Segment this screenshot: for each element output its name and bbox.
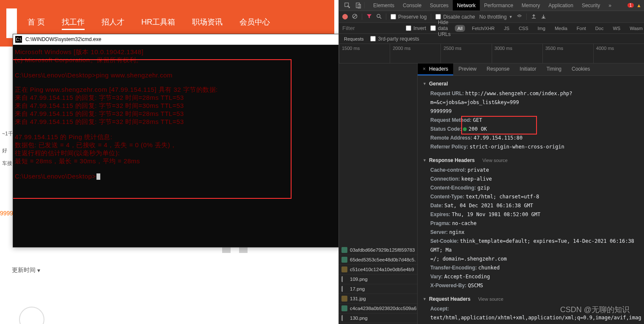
invert-checkbox[interactable]: Invert — [406, 25, 426, 31]
timeline-tick: 2500 ms — [440, 44, 491, 63]
header-row: Server: nginx — [423, 228, 639, 237]
device-mode-icon[interactable] — [353, 0, 363, 11]
type-img[interactable]: Img — [535, 25, 548, 32]
tab-security[interactable]: Security — [578, 0, 604, 11]
detail-tab-cookies[interactable]: Cookies — [567, 63, 595, 75]
upload-icon[interactable] — [531, 14, 537, 20]
nav-jobs[interactable]: 找工作 — [62, 17, 85, 30]
type-font[interactable]: Font — [574, 25, 589, 32]
request-headers-title[interactable]: Request HeadersView source — [423, 296, 639, 302]
general-title[interactable]: General — [423, 81, 639, 87]
request-options-bar: Requests 3rd-party requests — [339, 34, 644, 44]
cmd-prompt: C:\Users\Lenovo\Desktop> — [15, 173, 96, 180]
file-type-icon — [341, 266, 347, 272]
filter-input[interactable] — [342, 25, 402, 31]
tab-elements[interactable]: Elements — [369, 0, 399, 11]
cmd-line: 来自 47.99.154.115 的回复: 字节=32 时间=28ms TTL=… — [15, 118, 184, 125]
wifi-icon[interactable] — [517, 14, 522, 20]
timeline-tick: 3000 ms — [492, 44, 542, 63]
type-wasm[interactable]: Wasm — [627, 25, 644, 32]
request-list-item[interactable]: 130.png — [339, 313, 417, 323]
tab-memory[interactable]: Memory — [517, 0, 544, 11]
network-toolbar: Preserve log Disable cache No throttling… — [339, 11, 644, 23]
request-list-item[interactable]: 17.png — [339, 284, 417, 294]
nav-hr-tools[interactable]: HR工具箱 — [141, 17, 175, 30]
header-row: Pragma: no-cache — [423, 219, 639, 228]
nav-member[interactable]: 会员中心 — [239, 17, 270, 30]
hide-data-urls-checkbox[interactable]: Hide data URLs — [430, 19, 451, 37]
request-list-item[interactable]: 65ded5353c5ee48d0b7d48c5. — [339, 255, 417, 265]
type-media[interactable]: Media — [552, 25, 570, 32]
nav-recruit[interactable]: 招人才 — [102, 17, 124, 30]
preserve-log-checkbox[interactable]: Preserve log — [391, 14, 427, 20]
cmd-line: Microsoft Windows [版本 10.0.19042.1348] — [15, 48, 143, 55]
tab-performance[interactable]: Performance — [480, 0, 517, 11]
record-button[interactable] — [342, 14, 348, 19]
sort-update-time[interactable]: 更新时间 ▾ — [8, 264, 44, 276]
tab-more[interactable]: » — [604, 0, 616, 11]
response-headers-title[interactable]: Response HeadersView source — [423, 157, 639, 163]
timeline-tick: 1500 ms — [339, 44, 390, 63]
type-all[interactable]: All — [455, 25, 465, 32]
header-row: Cache-control: private — [423, 166, 639, 175]
request-list-item[interactable]: c4ca4238a0b923820dcc509a6 — [339, 304, 417, 313]
avatar — [19, 307, 44, 324]
detail-tab-timing[interactable]: Timing — [541, 63, 567, 75]
type-js[interactable]: JS — [501, 25, 512, 32]
nav: 首 页 找工作 招人才 HR工具箱 职场资讯 会员中心 — [28, 17, 270, 30]
cmd-icon: C:\ — [15, 36, 22, 43]
file-type-icon — [341, 276, 347, 282]
request-name: c51ce410c124a10e0db5e4b9 — [350, 267, 414, 272]
devtools-panel: Elements Console Sources Network Perform… — [339, 0, 644, 324]
inspect-icon[interactable] — [342, 0, 352, 11]
clear-button[interactable] — [352, 14, 358, 20]
grid-view-icon[interactable] — [222, 247, 231, 253]
cmd-line: 来自 47.99.154.115 的回复: 字节=32 时间=30ms TTL=… — [15, 102, 184, 109]
tab-application[interactable]: Application — [544, 0, 578, 11]
request-list-item[interactable]: 03afdbd66e7929b125f859783 — [339, 245, 417, 255]
cmd-line: 47.99.154.115 的 Ping 统计信息: — [15, 133, 113, 140]
tab-console[interactable]: Console — [399, 0, 426, 11]
cmd-line: 来自 47.99.154.115 的回复: 字节=32 时间=28ms TTL=… — [15, 110, 184, 117]
timeline[interactable]: 1500 ms 2000 ms 2500 ms 3000 ms 3500 ms … — [339, 44, 644, 63]
file-type-icon — [341, 315, 347, 321]
tab-network[interactable]: Network — [453, 0, 480, 11]
close-icon[interactable]: × — [423, 66, 426, 72]
type-doc[interactable]: Doc — [593, 25, 606, 32]
request-list-item[interactable]: 131.jpg — [339, 294, 417, 304]
response-headers-section: Response HeadersView source Cache-contro… — [418, 152, 644, 291]
type-ws[interactable]: WS — [610, 25, 623, 32]
filter-icon[interactable] — [366, 14, 372, 20]
download-icon[interactable] — [541, 14, 546, 20]
request-list-item[interactable]: 109.png — [339, 275, 417, 284]
cmd-line: 往返行程的估计时间(以毫秒为单位): — [15, 149, 120, 157]
nav-news[interactable]: 职场资讯 — [192, 17, 223, 30]
detail-tab-headers[interactable]: ×Headers — [418, 63, 453, 75]
list-view-icon[interactable] — [239, 247, 248, 253]
header-row: =/; domain=.shengzehr.com — [423, 255, 639, 264]
devtools-tabs: Elements Console Sources Network Perform… — [369, 0, 627, 11]
request-list-item[interactable]: c51ce410c124a10e0db5e4b9 — [339, 265, 417, 275]
throttling-select[interactable]: No throttling ▼ — [479, 14, 513, 20]
view-source-link[interactable]: View source — [478, 297, 504, 302]
view-source-link[interactable]: View source — [482, 158, 508, 163]
detail-tab-response[interactable]: Response — [482, 63, 515, 75]
type-xhr[interactable]: Fetch/XHR — [469, 25, 497, 32]
header-row: Content-Type: text/html; charset=utf-8 — [423, 192, 639, 201]
search-icon[interactable] — [376, 14, 382, 20]
detail-tab-initiator[interactable]: Initiator — [515, 63, 541, 75]
type-css[interactable]: CSS — [516, 25, 531, 32]
detail-tab-preview[interactable]: Preview — [453, 63, 482, 75]
cmd-line: 数据包: 已发送 = 4，已接收 = 4，丢失 = 0 (0% 丢失)， — [15, 141, 177, 148]
tab-sources[interactable]: Sources — [426, 0, 453, 11]
warning-icon[interactable]: ▲ — [636, 3, 641, 8]
update-label: 更新时间 — [12, 266, 36, 274]
disable-cache-checkbox[interactable]: Disable cache — [435, 14, 475, 20]
request-name: 03afdbd66e7929b125f859783 — [350, 247, 415, 253]
3rd-party-checkbox[interactable]: 3rd-party requests — [370, 36, 419, 42]
error-badge[interactable]: 1 — [627, 3, 634, 8]
side-text: 车接 — [2, 160, 12, 167]
cmd-line: 来自 47.99.154.115 的回复: 字节=32 时间=28ms TTL=… — [15, 94, 184, 101]
view-toggle — [222, 247, 248, 253]
nav-home[interactable]: 首 页 — [28, 17, 45, 30]
